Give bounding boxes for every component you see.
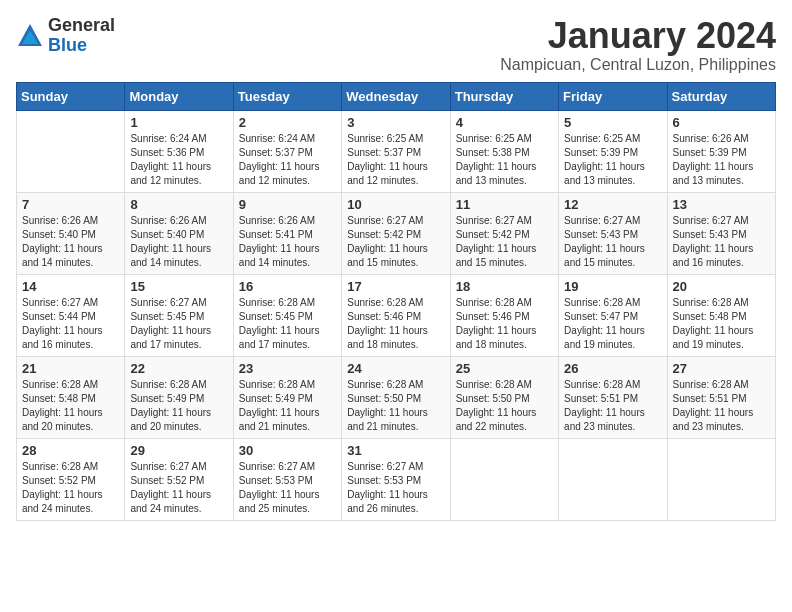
page-header: General Blue January 2024 Nampicuan, Cen… bbox=[16, 16, 776, 74]
day-info: Sunrise: 6:27 AM Sunset: 5:53 PM Dayligh… bbox=[239, 460, 336, 516]
day-info: Sunrise: 6:26 AM Sunset: 5:40 PM Dayligh… bbox=[22, 214, 119, 270]
calendar-cell: 5Sunrise: 6:25 AM Sunset: 5:39 PM Daylig… bbox=[559, 110, 667, 192]
day-info: Sunrise: 6:28 AM Sunset: 5:51 PM Dayligh… bbox=[564, 378, 661, 434]
calendar-cell: 2Sunrise: 6:24 AM Sunset: 5:37 PM Daylig… bbox=[233, 110, 341, 192]
day-number: 30 bbox=[239, 443, 336, 458]
day-number: 10 bbox=[347, 197, 444, 212]
day-info: Sunrise: 6:26 AM Sunset: 5:41 PM Dayligh… bbox=[239, 214, 336, 270]
calendar-cell: 7Sunrise: 6:26 AM Sunset: 5:40 PM Daylig… bbox=[17, 192, 125, 274]
day-number: 6 bbox=[673, 115, 770, 130]
calendar-week-row: 28Sunrise: 6:28 AM Sunset: 5:52 PM Dayli… bbox=[17, 438, 776, 520]
calendar-cell bbox=[667, 438, 775, 520]
calendar-cell: 18Sunrise: 6:28 AM Sunset: 5:46 PM Dayli… bbox=[450, 274, 558, 356]
day-of-week-header: Saturday bbox=[667, 82, 775, 110]
calendar-cell bbox=[17, 110, 125, 192]
day-info: Sunrise: 6:25 AM Sunset: 5:39 PM Dayligh… bbox=[564, 132, 661, 188]
day-info: Sunrise: 6:27 AM Sunset: 5:43 PM Dayligh… bbox=[673, 214, 770, 270]
calendar-cell: 27Sunrise: 6:28 AM Sunset: 5:51 PM Dayli… bbox=[667, 356, 775, 438]
day-number: 8 bbox=[130, 197, 227, 212]
day-info: Sunrise: 6:28 AM Sunset: 5:52 PM Dayligh… bbox=[22, 460, 119, 516]
calendar-cell: 17Sunrise: 6:28 AM Sunset: 5:46 PM Dayli… bbox=[342, 274, 450, 356]
calendar-cell: 26Sunrise: 6:28 AM Sunset: 5:51 PM Dayli… bbox=[559, 356, 667, 438]
day-number: 26 bbox=[564, 361, 661, 376]
day-number: 4 bbox=[456, 115, 553, 130]
logo-icon bbox=[16, 22, 44, 50]
day-info: Sunrise: 6:27 AM Sunset: 5:42 PM Dayligh… bbox=[347, 214, 444, 270]
title-block: January 2024 Nampicuan, Central Luzon, P… bbox=[500, 16, 776, 74]
calendar-week-row: 21Sunrise: 6:28 AM Sunset: 5:48 PM Dayli… bbox=[17, 356, 776, 438]
location-title: Nampicuan, Central Luzon, Philippines bbox=[500, 56, 776, 74]
day-info: Sunrise: 6:28 AM Sunset: 5:50 PM Dayligh… bbox=[456, 378, 553, 434]
calendar-week-row: 1Sunrise: 6:24 AM Sunset: 5:36 PM Daylig… bbox=[17, 110, 776, 192]
day-info: Sunrise: 6:28 AM Sunset: 5:46 PM Dayligh… bbox=[347, 296, 444, 352]
day-of-week-header: Wednesday bbox=[342, 82, 450, 110]
calendar-cell: 6Sunrise: 6:26 AM Sunset: 5:39 PM Daylig… bbox=[667, 110, 775, 192]
calendar-header-row: SundayMondayTuesdayWednesdayThursdayFrid… bbox=[17, 82, 776, 110]
calendar-cell: 10Sunrise: 6:27 AM Sunset: 5:42 PM Dayli… bbox=[342, 192, 450, 274]
day-number: 5 bbox=[564, 115, 661, 130]
day-number: 31 bbox=[347, 443, 444, 458]
logo-text: General Blue bbox=[48, 16, 115, 56]
day-info: Sunrise: 6:28 AM Sunset: 5:48 PM Dayligh… bbox=[22, 378, 119, 434]
day-info: Sunrise: 6:28 AM Sunset: 5:49 PM Dayligh… bbox=[239, 378, 336, 434]
calendar-week-row: 7Sunrise: 6:26 AM Sunset: 5:40 PM Daylig… bbox=[17, 192, 776, 274]
calendar-cell: 28Sunrise: 6:28 AM Sunset: 5:52 PM Dayli… bbox=[17, 438, 125, 520]
day-info: Sunrise: 6:27 AM Sunset: 5:44 PM Dayligh… bbox=[22, 296, 119, 352]
calendar-cell: 19Sunrise: 6:28 AM Sunset: 5:47 PM Dayli… bbox=[559, 274, 667, 356]
day-number: 17 bbox=[347, 279, 444, 294]
day-number: 23 bbox=[239, 361, 336, 376]
day-number: 7 bbox=[22, 197, 119, 212]
calendar-table: SundayMondayTuesdayWednesdayThursdayFrid… bbox=[16, 82, 776, 521]
day-number: 2 bbox=[239, 115, 336, 130]
day-number: 11 bbox=[456, 197, 553, 212]
calendar-cell: 11Sunrise: 6:27 AM Sunset: 5:42 PM Dayli… bbox=[450, 192, 558, 274]
calendar-cell: 25Sunrise: 6:28 AM Sunset: 5:50 PM Dayli… bbox=[450, 356, 558, 438]
day-number: 1 bbox=[130, 115, 227, 130]
day-info: Sunrise: 6:25 AM Sunset: 5:38 PM Dayligh… bbox=[456, 132, 553, 188]
calendar-cell: 4Sunrise: 6:25 AM Sunset: 5:38 PM Daylig… bbox=[450, 110, 558, 192]
day-info: Sunrise: 6:28 AM Sunset: 5:51 PM Dayligh… bbox=[673, 378, 770, 434]
calendar-cell: 23Sunrise: 6:28 AM Sunset: 5:49 PM Dayli… bbox=[233, 356, 341, 438]
day-number: 28 bbox=[22, 443, 119, 458]
logo-blue: Blue bbox=[48, 36, 115, 56]
month-title: January 2024 bbox=[500, 16, 776, 56]
calendar-cell: 13Sunrise: 6:27 AM Sunset: 5:43 PM Dayli… bbox=[667, 192, 775, 274]
calendar-cell: 22Sunrise: 6:28 AM Sunset: 5:49 PM Dayli… bbox=[125, 356, 233, 438]
day-info: Sunrise: 6:27 AM Sunset: 5:43 PM Dayligh… bbox=[564, 214, 661, 270]
logo-general: General bbox=[48, 16, 115, 36]
day-of-week-header: Sunday bbox=[17, 82, 125, 110]
calendar-cell: 21Sunrise: 6:28 AM Sunset: 5:48 PM Dayli… bbox=[17, 356, 125, 438]
day-number: 16 bbox=[239, 279, 336, 294]
day-info: Sunrise: 6:24 AM Sunset: 5:36 PM Dayligh… bbox=[130, 132, 227, 188]
calendar-cell bbox=[559, 438, 667, 520]
calendar-cell: 29Sunrise: 6:27 AM Sunset: 5:52 PM Dayli… bbox=[125, 438, 233, 520]
day-of-week-header: Tuesday bbox=[233, 82, 341, 110]
day-info: Sunrise: 6:28 AM Sunset: 5:48 PM Dayligh… bbox=[673, 296, 770, 352]
day-info: Sunrise: 6:28 AM Sunset: 5:50 PM Dayligh… bbox=[347, 378, 444, 434]
day-info: Sunrise: 6:26 AM Sunset: 5:39 PM Dayligh… bbox=[673, 132, 770, 188]
day-of-week-header: Friday bbox=[559, 82, 667, 110]
day-info: Sunrise: 6:25 AM Sunset: 5:37 PM Dayligh… bbox=[347, 132, 444, 188]
calendar-cell: 12Sunrise: 6:27 AM Sunset: 5:43 PM Dayli… bbox=[559, 192, 667, 274]
day-of-week-header: Monday bbox=[125, 82, 233, 110]
calendar-cell: 24Sunrise: 6:28 AM Sunset: 5:50 PM Dayli… bbox=[342, 356, 450, 438]
day-number: 3 bbox=[347, 115, 444, 130]
day-info: Sunrise: 6:26 AM Sunset: 5:40 PM Dayligh… bbox=[130, 214, 227, 270]
day-number: 14 bbox=[22, 279, 119, 294]
calendar-cell: 16Sunrise: 6:28 AM Sunset: 5:45 PM Dayli… bbox=[233, 274, 341, 356]
calendar-cell: 1Sunrise: 6:24 AM Sunset: 5:36 PM Daylig… bbox=[125, 110, 233, 192]
day-number: 13 bbox=[673, 197, 770, 212]
day-number: 21 bbox=[22, 361, 119, 376]
day-number: 22 bbox=[130, 361, 227, 376]
day-of-week-header: Thursday bbox=[450, 82, 558, 110]
logo: General Blue bbox=[16, 16, 115, 56]
calendar-cell: 8Sunrise: 6:26 AM Sunset: 5:40 PM Daylig… bbox=[125, 192, 233, 274]
calendar-week-row: 14Sunrise: 6:27 AM Sunset: 5:44 PM Dayli… bbox=[17, 274, 776, 356]
calendar-cell: 15Sunrise: 6:27 AM Sunset: 5:45 PM Dayli… bbox=[125, 274, 233, 356]
day-number: 12 bbox=[564, 197, 661, 212]
day-number: 15 bbox=[130, 279, 227, 294]
day-info: Sunrise: 6:27 AM Sunset: 5:42 PM Dayligh… bbox=[456, 214, 553, 270]
calendar-cell: 14Sunrise: 6:27 AM Sunset: 5:44 PM Dayli… bbox=[17, 274, 125, 356]
day-info: Sunrise: 6:24 AM Sunset: 5:37 PM Dayligh… bbox=[239, 132, 336, 188]
day-number: 27 bbox=[673, 361, 770, 376]
